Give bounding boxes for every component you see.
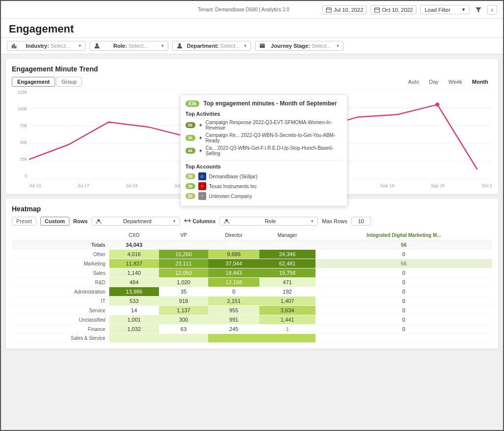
tooltip-badge: 83k [186, 100, 200, 107]
unclassified-cxo: 1,001 [109, 315, 159, 325]
heatmap-row-rnd: R&D 484 1,020 12,168 471 0 [12, 278, 492, 287]
department-filter[interactable]: Department: Select... ▾ [172, 41, 251, 51]
custom-button[interactable]: Custom [40, 217, 69, 226]
svg-rect-13 [260, 44, 265, 48]
rows-dropdown[interactable]: Department ▾ [92, 217, 180, 226]
maxrows-value: 10 [351, 217, 371, 226]
heatmap-table: CXO VP Director Manager Integrated Digit… [12, 231, 492, 343]
activity-1-icon: ✦ [198, 122, 203, 129]
load-filter-dropdown[interactable]: Load Filter ▾ [420, 5, 470, 14]
journey-icon [259, 43, 265, 49]
tab-group[interactable]: Group [56, 77, 82, 87]
y-label-25k: 25k [20, 157, 27, 162]
time-tab-month[interactable]: Month [468, 78, 492, 86]
x-label-oct2: Oct 2 [481, 183, 492, 188]
admin-director: 0 [208, 287, 259, 297]
time-tab-auto[interactable]: Auto [404, 78, 423, 86]
role-filter[interactable]: Role: Select... ▾ [90, 41, 168, 51]
finance-director: 245 [208, 325, 259, 334]
account-3-badge: 2k [186, 193, 195, 199]
top-bar: Tenant: Demandbase D680 | Analytics 2.0 … [1, 1, 503, 19]
sales-label: Sales [12, 268, 109, 278]
marketing-idm: 56 [315, 259, 492, 268]
chevron-down-icon: ▾ [462, 6, 465, 13]
it-idm: 0 [315, 297, 492, 306]
tooltip-activity-1: 5k ✦ Campaign Response 2022-Q3-EVT-SFMOM… [186, 119, 342, 132]
totals-label: Totals [12, 240, 109, 250]
sales-service-label: Sales & Service [12, 334, 109, 343]
calendar-icon [326, 7, 332, 13]
unclassified-director: 991 [208, 315, 259, 325]
col-header-empty [12, 231, 109, 240]
header-row: Engagement [1, 19, 503, 38]
unclassified-vp: 300 [159, 315, 209, 325]
nav-forward-button[interactable]: › [487, 5, 497, 15]
heatmap-row-marketing: Marketing 11,837 23,111 37,044 62,481 56 [12, 259, 492, 268]
rows-person-icon [96, 219, 101, 224]
unknown-logo: ? [198, 192, 206, 200]
rnd-vp: 1,020 [159, 278, 209, 287]
tooltip-account-3: 2k ? Unknown Company [186, 191, 342, 201]
other-cxo: 4,016 [109, 250, 159, 259]
heatmap-row-other: Other 4,016 15,260 9,686 24,346 0 [12, 250, 492, 259]
role-label: Role: Select... [113, 43, 148, 49]
date-to-value: Oct 10, 2022 [382, 7, 413, 13]
service-cxo: 14 [109, 306, 159, 315]
dept-chevron: ▾ [244, 43, 247, 48]
x-label-sep18: Sep 18 [380, 183, 395, 188]
industry-filter[interactable]: Industry: Select... ▾ [7, 41, 86, 51]
account-1-name: Demandbase (Skilljar) [209, 174, 257, 179]
chart-peak-dot [436, 102, 440, 106]
tooltip-activities-label: Top Activities [186, 111, 342, 117]
filter-icon-button[interactable] [473, 5, 483, 15]
date-from-value: Jul 10, 2022 [334, 7, 363, 13]
it-vp: 918 [159, 297, 209, 306]
rnd-manager: 471 [259, 278, 315, 287]
chevron-right-icon: › [491, 6, 493, 13]
demandbase-logo: D [198, 172, 206, 180]
heatmap-row-sales: Sales 1,140 12,050 18,443 19,756 0 [12, 268, 492, 278]
svg-point-23 [225, 219, 228, 221]
cols-dropdown[interactable]: Role ▾ [220, 217, 318, 226]
journey-filter[interactable]: Journey Stage: Select... ▾ [255, 41, 344, 51]
admin-label: Administration [12, 287, 109, 297]
tenant-info: Tenant: Demandbase D680 | Analytics 2.0 [165, 7, 323, 12]
sales-idm: 0 [315, 268, 492, 278]
svg-rect-4 [375, 8, 379, 12]
svg-rect-10 [15, 46, 17, 48]
account-3-name: Unknown Company [209, 194, 252, 199]
y-label-0: 0 [25, 173, 27, 178]
totals-cxo: 34,043 [109, 240, 159, 250]
marketing-director: 37,044 [208, 259, 259, 268]
preset-button[interactable]: Preset [12, 217, 36, 226]
y-label-50k: 50k [20, 140, 27, 145]
role-chevron: ▾ [161, 43, 164, 48]
tooltip-account-1: 2k D Demandbase (Skilljar) [186, 171, 342, 181]
heatmap-table-wrap: CXO VP Director Manager Integrated Digit… [12, 231, 492, 343]
cols-label: Columns [184, 218, 216, 224]
admin-manager: 192 [259, 287, 315, 297]
date-to-input[interactable]: Oct 10, 2022 [371, 5, 416, 14]
tooltip-title: Top engagement minutes - Month of Septem… [203, 100, 337, 107]
svg-rect-8 [12, 45, 13, 48]
filter-bar: Industry: Select... ▾ Role: Select... ▾ … [1, 38, 503, 54]
heatmap-row-admin: Administration 13,986 35 0 192 0 [12, 287, 492, 297]
y-label-100k: 100k [17, 106, 27, 111]
x-label-jul17: Jul 17 [77, 183, 89, 188]
unclassified-idm: 0 [315, 315, 492, 325]
sales-service-director [208, 334, 259, 343]
date-from-input[interactable]: Jul 10, 2022 [322, 5, 367, 14]
calendar-icon-2 [374, 7, 380, 13]
activity-2-name: Campaign Re... 2022-Q3-WBN-5-Secrets-to-… [206, 133, 342, 143]
activity-2-badge: 3k [186, 135, 195, 141]
tooltip-activity-3: 4k ✦ Ca... 2022-Q3-WBN-Get-F.I.R.E.D-Up-… [186, 144, 342, 157]
time-tab-week[interactable]: Week [444, 78, 466, 86]
y-axis: 125k 100k 75k 50k 25k 0 [12, 90, 29, 178]
heatmap-header-row: CXO VP Director Manager Integrated Digit… [12, 231, 492, 240]
heatmap-totals-row: Totals 34,043 58,912 79,088 113,556 56 [12, 240, 492, 250]
dept-person-icon [177, 43, 183, 49]
time-tab-day[interactable]: Day [425, 78, 443, 86]
tab-engagement[interactable]: Engagement [12, 77, 55, 87]
marketing-manager: 62,481 [259, 259, 315, 268]
rnd-label: R&D [12, 278, 109, 287]
